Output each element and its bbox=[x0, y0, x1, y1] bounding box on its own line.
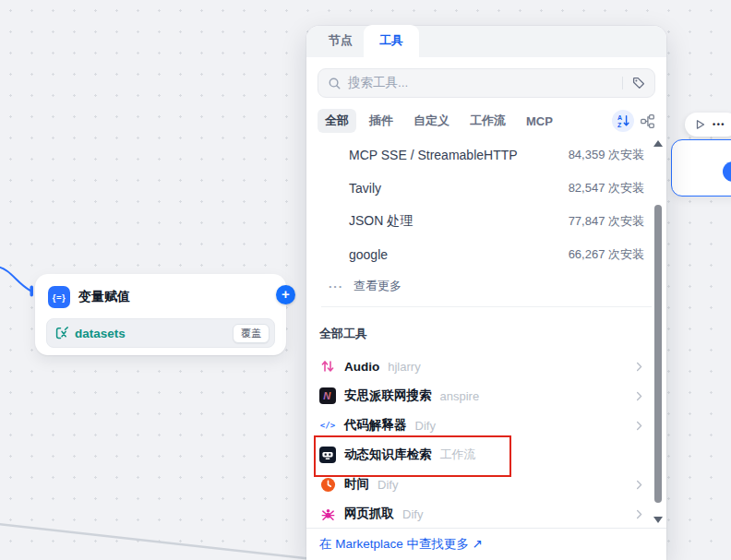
scroll-down-arrow-icon[interactable] bbox=[653, 517, 663, 523]
node-floating-toolbar[interactable]: ••• bbox=[685, 113, 731, 137]
panel-footer: 在 Marketplace 中查找更多 ↗ bbox=[306, 528, 666, 560]
tree-view-icon[interactable] bbox=[640, 113, 655, 129]
marketplace-row[interactable]: Tavily 82,547 次安装 bbox=[318, 172, 655, 205]
variable-assigner-icon: {=} bbox=[48, 286, 70, 308]
filter-custom[interactable]: 自定义 bbox=[406, 109, 457, 133]
see-more-button[interactable]: ··· 查看更多 bbox=[318, 271, 655, 301]
filter-mcp[interactable]: MCP bbox=[519, 111, 560, 132]
variable-icon bbox=[54, 326, 69, 340]
section-title-all-tools: 全部工具 bbox=[319, 326, 653, 342]
tool-name: JSON 处理 bbox=[349, 213, 413, 230]
sort-az-icon[interactable]: A Z bbox=[612, 110, 634, 132]
filter-row: 全部 插件 自定义 工作流 MCP A Z bbox=[318, 109, 655, 133]
tool-provider: Dify bbox=[377, 478, 398, 492]
play-icon[interactable] bbox=[693, 118, 706, 131]
audio-arrows-icon bbox=[319, 358, 336, 375]
tool-name: Tavily bbox=[349, 181, 381, 196]
marketplace-row[interactable]: google 66,267 次安装 bbox=[318, 238, 655, 271]
tool-name: MCP SSE / StreamableHTTP bbox=[349, 148, 518, 162]
section-divider bbox=[321, 306, 652, 307]
tool-provider: Dify bbox=[402, 507, 423, 521]
external-link-arrow-icon: ↗ bbox=[473, 537, 483, 551]
scrollbar-thumb[interactable] bbox=[654, 205, 662, 503]
tool-provider: anspire bbox=[440, 389, 480, 403]
panel-body: 搜索工具... 全部 插件 自定义 工作流 MCP A Z bbox=[306, 68, 666, 560]
tag-filter-icon[interactable] bbox=[631, 76, 646, 90]
variable-name: datasets bbox=[75, 327, 126, 340]
filter-workflow[interactable]: 工作流 bbox=[462, 109, 513, 133]
svg-text:A: A bbox=[617, 114, 622, 121]
search-divider bbox=[622, 77, 623, 89]
svg-text:N: N bbox=[323, 390, 331, 401]
anspire-n-icon: N bbox=[319, 387, 336, 404]
install-count: 77,847 次安装 bbox=[569, 213, 644, 230]
tool-name: 动态知识库检索 bbox=[344, 447, 432, 463]
tool-provider: Dify bbox=[415, 419, 436, 433]
tool-row-dynamic-knowledge-retrieval[interactable]: 动态知识库检索 工作流 bbox=[318, 440, 655, 470]
filter-all[interactable]: 全部 bbox=[318, 109, 356, 133]
see-more-label: 查看更多 bbox=[354, 278, 401, 294]
tool-provider: hjlarry bbox=[388, 360, 420, 374]
assigned-variable-row[interactable]: datasets 覆盖 bbox=[46, 318, 275, 348]
svg-text:Z: Z bbox=[617, 122, 622, 128]
robot-icon bbox=[319, 447, 336, 463]
tool-row-anspire-search[interactable]: N 安思派联网搜索 anspire bbox=[318, 381, 655, 411]
tool-row-code-interpreter[interactable]: </> 代码解释器 Dify bbox=[318, 411, 655, 440]
install-count: 84,359 次安装 bbox=[569, 147, 644, 163]
spider-icon bbox=[319, 506, 336, 522]
variable-assigner-node[interactable]: {=} 变量赋值 + datasets 覆盖 bbox=[35, 274, 286, 355]
block-selector-panel: 节点 工具 搜索工具... 全部 插件 自定义 工作流 MCP bbox=[306, 26, 666, 560]
tool-name: 安思派联网搜索 bbox=[344, 387, 432, 404]
tool-name: 代码解释器 bbox=[344, 417, 407, 434]
marketplace-link[interactable]: 在 Marketplace 中查找更多 ↗ bbox=[319, 536, 483, 553]
ellipsis-icon: ··· bbox=[329, 280, 343, 293]
tool-name: google bbox=[349, 247, 388, 262]
tool-name: 时间 bbox=[344, 476, 369, 493]
tool-row-web-scraper[interactable]: 网页抓取 Dify bbox=[318, 499, 655, 529]
marketplace-row[interactable]: MCP SSE / StreamableHTTP 84,359 次安装 bbox=[318, 138, 655, 172]
chevron-right-icon bbox=[632, 507, 646, 521]
overwrite-badge: 覆盖 bbox=[233, 324, 270, 343]
tool-name: 网页抓取 bbox=[344, 506, 394, 522]
add-next-node-button[interactable]: + bbox=[276, 285, 295, 304]
tab-tools[interactable]: 工具 bbox=[364, 25, 419, 57]
node-header: {=} 变量赋值 bbox=[35, 274, 286, 308]
panel-tabbar: 节点 工具 bbox=[306, 26, 666, 57]
more-actions-icon[interactable]: ••• bbox=[713, 120, 725, 129]
chevron-right-icon bbox=[632, 478, 646, 492]
selected-node-partial[interactable] bbox=[671, 139, 731, 197]
node-title: 变量赋值 bbox=[78, 289, 130, 305]
marketplace-link-label: 在 Marketplace 中查找更多 bbox=[319, 537, 469, 551]
chevron-right-icon bbox=[632, 360, 646, 374]
panel-scrollbar[interactable] bbox=[653, 137, 664, 525]
marketplace-tool-list: MCP SSE / StreamableHTTP 84,359 次安装 Tavi… bbox=[318, 138, 655, 529]
code-brackets-icon: </> bbox=[319, 417, 336, 434]
chevron-right-icon bbox=[632, 389, 646, 403]
chevron-right-icon bbox=[632, 419, 646, 433]
tool-name: Audio bbox=[344, 360, 379, 374]
scroll-up-arrow-icon[interactable] bbox=[653, 140, 663, 147]
tool-row-time[interactable]: 时间 Dify bbox=[318, 470, 655, 499]
marketplace-row[interactable]: JSON 处理 77,847 次安装 bbox=[318, 205, 655, 238]
search-icon bbox=[328, 77, 342, 90]
clock-icon bbox=[319, 476, 336, 493]
install-count: 82,547 次安装 bbox=[569, 180, 644, 197]
all-tools-list: Audio hjlarry N 安思派联网搜索 anspire bbox=[318, 351, 655, 529]
filter-plugins[interactable]: 插件 bbox=[362, 109, 401, 133]
tab-nodes[interactable]: 节点 bbox=[318, 25, 364, 57]
tool-provider: 工作流 bbox=[440, 447, 476, 463]
install-count: 66,267 次安装 bbox=[569, 246, 644, 263]
search-input[interactable]: 搜索工具... bbox=[318, 68, 655, 98]
tool-row-audio[interactable]: Audio hjlarry bbox=[318, 351, 655, 381]
search-placeholder: 搜索工具... bbox=[348, 75, 408, 91]
